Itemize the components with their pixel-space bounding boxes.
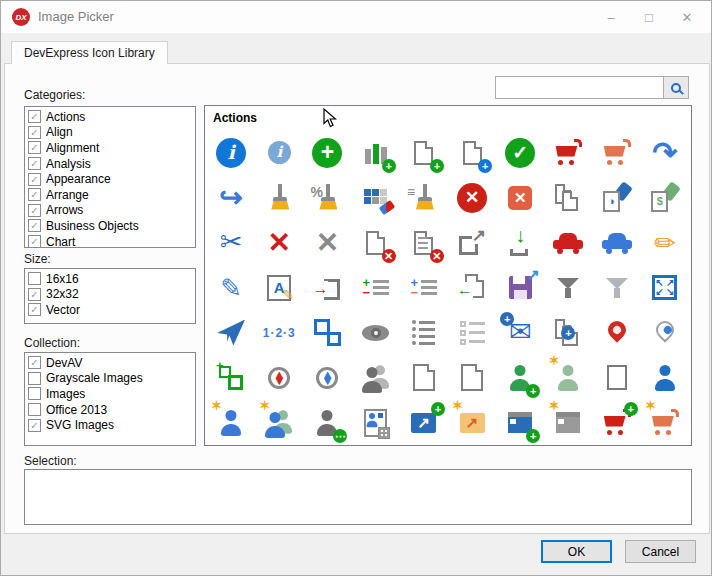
new-team-icon[interactable]: ✶ [255, 400, 303, 445]
send-icon[interactable] [207, 310, 255, 355]
new-employee-icon[interactable]: ✶ [544, 355, 592, 400]
download-icon[interactable]: ↓ [496, 220, 544, 265]
category-checkbox-appearance[interactable]: ✓ [28, 173, 41, 186]
blank-page-1-icon[interactable] [400, 355, 448, 400]
import-icon[interactable]: → [303, 265, 351, 310]
collection-item-grayscale-images[interactable]: Grayscale Images [27, 371, 195, 387]
add-cards-icon[interactable]: + [544, 310, 592, 355]
people-gray-icon[interactable] [352, 355, 400, 400]
cancel-button[interactable]: Cancel [625, 540, 696, 563]
minimize-button[interactable]: – [597, 5, 625, 29]
size-item-vector[interactable]: ✓Vector [27, 302, 195, 318]
collection-item-svg-images[interactable]: ✓SVG Images [27, 417, 195, 433]
category-item-business-objects[interactable]: ✓Business Objects [27, 218, 195, 234]
undo-icon[interactable]: ↪ [207, 175, 255, 220]
car-blue-icon[interactable] [593, 220, 641, 265]
price-tag-icon[interactable]: $ [641, 175, 689, 220]
category-checkbox-alignment[interactable]: ✓ [28, 141, 41, 154]
category-item-actions[interactable]: ✓Actions [27, 109, 195, 125]
user-blue-icon[interactable] [641, 355, 689, 400]
search-input[interactable] [495, 76, 663, 99]
save-as-icon[interactable]: ↗ [496, 265, 544, 310]
collection-item-devav[interactable]: ✓DevAV [27, 355, 195, 371]
new-order-icon[interactable]: ✶ [641, 400, 689, 445]
cart-red-icon[interactable] [544, 130, 592, 175]
category-checkbox-arrange[interactable]: ✓ [28, 188, 41, 201]
numbering-icon[interactable]: 1·2·3 [255, 310, 303, 355]
close-icon[interactable]: ✕ [448, 175, 496, 220]
add-to-cart-icon[interactable]: + [593, 400, 641, 445]
category-checkbox-business-objects[interactable]: ✓ [28, 219, 41, 232]
size-checkbox-16x16[interactable] [28, 272, 41, 285]
add-frame-icon[interactable]: + [207, 355, 255, 400]
category-item-arrows[interactable]: ✓Arrows [27, 203, 195, 219]
clear-formatting-icon[interactable]: ≡ [400, 175, 448, 220]
category-item-appearance[interactable]: ✓Appearance [27, 171, 195, 187]
category-checkbox-chart[interactable]: ✓ [28, 235, 41, 248]
copy-icon[interactable] [544, 175, 592, 220]
collection-checkbox-svg-images[interactable]: ✓ [28, 419, 41, 432]
clear-icon[interactable] [255, 175, 303, 220]
collection-checkbox-office-2013[interactable] [28, 403, 41, 416]
user-status-icon[interactable]: ⋯ [303, 400, 351, 445]
new-page-green-icon[interactable]: + [400, 130, 448, 175]
user-card-icon[interactable] [352, 400, 400, 445]
insert-bar-chart-add-icon[interactable]: + [352, 130, 400, 175]
size-item-16x16[interactable]: 16x16 [27, 271, 195, 287]
category-checkbox-arrows[interactable]: ✓ [28, 204, 41, 217]
size-checkbox-vector[interactable]: ✓ [28, 303, 41, 316]
add-user-green-icon[interactable]: + [496, 355, 544, 400]
collection-item-office-2013[interactable]: Office 2013 [27, 402, 195, 418]
bullet-list-icon[interactable] [400, 310, 448, 355]
export-icon[interactable]: ↗ [448, 220, 496, 265]
format-eraser-icon[interactable] [352, 175, 400, 220]
cart-orange-icon[interactable] [593, 130, 641, 175]
collection-checkbox-devav[interactable]: ✓ [28, 356, 41, 369]
delete-page-icon[interactable]: ✕ [352, 220, 400, 265]
rename-icon[interactable]: A✎ [255, 265, 303, 310]
new-mail-icon[interactable]: ✉+ [496, 310, 544, 355]
category-item-align[interactable]: ✓Align [27, 125, 195, 141]
category-item-analysis[interactable]: ✓Analysis [27, 156, 195, 172]
new-page-blue-icon[interactable]: + [448, 130, 496, 175]
edit-list-blue-icon[interactable]: +− [400, 265, 448, 310]
rectangle-icon[interactable] [593, 355, 641, 400]
size-checkbox-32x32[interactable]: ✓ [28, 288, 41, 301]
add-chart-icon[interactable]: ↗+ [400, 400, 448, 445]
category-checkbox-actions[interactable]: ✓ [28, 110, 41, 123]
pencil-yellow-icon[interactable]: ✏ [641, 220, 689, 265]
edit-list-green-icon[interactable]: +− [352, 265, 400, 310]
tab-devexpress-icon-library[interactable]: DevExpress Icon Library [11, 41, 168, 64]
user-pin-icon[interactable] [641, 310, 689, 355]
blank-page-2-icon[interactable] [448, 355, 496, 400]
category-checkbox-align[interactable]: ✓ [28, 126, 41, 139]
clear-percent-icon[interactable]: % [303, 175, 351, 220]
filter-light-icon[interactable] [593, 265, 641, 310]
about-icon[interactable]: i [207, 130, 255, 175]
add-window-icon[interactable]: + [496, 400, 544, 445]
add-icon[interactable]: + [303, 130, 351, 175]
collection-checkbox-images[interactable] [28, 387, 41, 400]
selection-textarea[interactable] [24, 469, 692, 525]
compass-blue-icon[interactable]: ◆ [303, 355, 351, 400]
redo-icon[interactable]: ↷ [641, 130, 689, 175]
category-item-arrange[interactable]: ✓Arrange [27, 187, 195, 203]
category-checkbox-analysis[interactable]: ✓ [28, 157, 41, 170]
apply-icon[interactable]: ✓ [496, 130, 544, 175]
checklist-icon[interactable] [448, 310, 496, 355]
close-button[interactable]: ✕ [673, 5, 701, 29]
cancel-icon[interactable]: ✕ [496, 175, 544, 220]
report-tag-icon[interactable]: ◑ [593, 175, 641, 220]
maximize-button[interactable]: □ [635, 5, 663, 29]
search-button[interactable] [663, 76, 689, 99]
info-icon[interactable]: i [255, 130, 303, 175]
new-chart-icon[interactable]: ↗✶ [448, 400, 496, 445]
exit-icon[interactable]: ← [448, 265, 496, 310]
delete-document-icon[interactable]: ✕ [400, 220, 448, 265]
ok-button[interactable]: OK [541, 540, 612, 563]
car-red-icon[interactable] [544, 220, 592, 265]
cut-icon[interactable]: ✂ [207, 220, 255, 265]
collection-checkbox-grayscale-images[interactable] [28, 372, 41, 385]
size-item-32x32[interactable]: ✓32x32 [27, 287, 195, 303]
filter-icon[interactable] [544, 265, 592, 310]
